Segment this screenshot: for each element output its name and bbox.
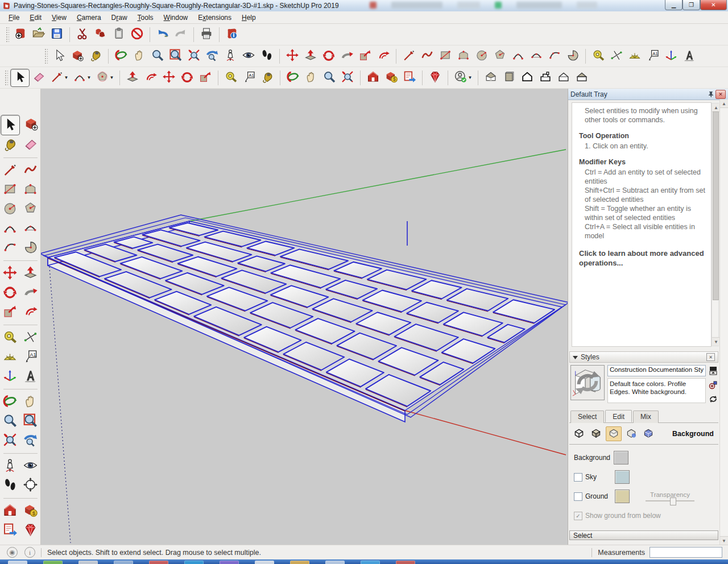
line-dropdown-arrow-icon[interactable]: ▼ <box>64 75 69 80</box>
3d-warehouse-button[interactable] <box>1 501 19 521</box>
scroll-up-icon[interactable]: ▲ <box>712 103 720 112</box>
pie-button[interactable] <box>22 238 40 258</box>
styles-close-icon[interactable]: ✕ <box>706 353 715 361</box>
rotate-button[interactable] <box>178 69 196 86</box>
follow-me-button[interactable] <box>22 283 40 302</box>
toolbar-drag-handle[interactable] <box>44 48 48 64</box>
zoom-previous-button[interactable] <box>22 431 40 450</box>
erase-button[interactable] <box>128 26 146 43</box>
polygon-button[interactable] <box>22 200 40 219</box>
menu-edit[interactable]: Edit <box>24 13 47 23</box>
geolocation-icon[interactable]: ◉ <box>7 547 18 558</box>
tab-select[interactable]: Select <box>570 410 604 423</box>
arc-button[interactable] <box>509 48 527 65</box>
taskbar-app-button[interactable] <box>396 561 415 564</box>
scrollbar-thumb[interactable] <box>713 111 719 300</box>
freehand-button[interactable] <box>22 161 40 180</box>
taskbar-app-button[interactable] <box>361 561 380 564</box>
model-info-button[interactable] <box>223 26 241 43</box>
slider-thumb[interactable] <box>670 497 676 505</box>
view-top-button[interactable] <box>500 69 518 86</box>
dimension-button[interactable] <box>22 328 40 347</box>
push-pull-button[interactable] <box>22 264 40 283</box>
print-button[interactable] <box>197 26 216 43</box>
menu-draw[interactable]: Draw <box>106 13 133 23</box>
eraser-button[interactable] <box>30 69 48 86</box>
zoom-window-button[interactable] <box>22 412 40 431</box>
three-point-arc-button[interactable] <box>1 238 19 258</box>
tape-measure-button[interactable] <box>589 48 607 65</box>
view-left-button[interactable] <box>555 69 573 86</box>
zoom-button[interactable] <box>148 48 167 65</box>
select-collapsed-panel[interactable]: Select <box>569 530 718 540</box>
rotate-button[interactable] <box>320 48 338 65</box>
walk-button[interactable] <box>258 48 276 65</box>
redo-button[interactable] <box>172 26 190 43</box>
toolbar-drag-handle[interactable] <box>6 27 9 43</box>
extension-warehouse-button[interactable] <box>22 521 40 540</box>
text-button[interactable]: A1 <box>240 69 258 86</box>
restore-button[interactable]: ❐ <box>682 0 700 10</box>
paste-button[interactable] <box>110 26 128 43</box>
zoom-previous-button[interactable] <box>203 48 221 65</box>
make-component-button[interactable] <box>68 48 86 65</box>
paint-bucket-button[interactable] <box>258 69 276 86</box>
push-pull-button[interactable] <box>123 69 142 86</box>
freehand-button[interactable] <box>418 48 436 65</box>
sign-in-dropdown-arrow-icon[interactable]: ▼ <box>468 75 473 80</box>
line-button[interactable]: ▼ <box>48 69 71 86</box>
taskbar-app-button[interactable] <box>290 561 309 564</box>
extension-warehouse-button[interactable] <box>426 69 444 86</box>
select-button[interactable] <box>10 69 30 87</box>
learn-more-link[interactable]: Click to learn about more advanced opera… <box>579 248 708 268</box>
taskbar-app-button[interactable] <box>8 561 27 564</box>
tape-measure-button[interactable] <box>1 328 19 347</box>
info-icon[interactable]: i <box>24 547 35 558</box>
look-around-button[interactable] <box>239 48 258 65</box>
select-button[interactable] <box>1 115 20 135</box>
protractor-button[interactable] <box>626 48 644 65</box>
protractor-button[interactable] <box>1 347 19 367</box>
position-camera-button[interactable] <box>1 457 19 476</box>
transparency-slider[interactable] <box>646 500 694 501</box>
update-style-icon[interactable] <box>709 395 718 405</box>
edge-settings-button[interactable] <box>572 427 586 441</box>
taskbar-app-button[interactable] <box>220 561 239 564</box>
pie-button[interactable] <box>564 48 582 65</box>
ground-checkbox[interactable] <box>574 492 582 501</box>
position-camera-button[interactable] <box>221 48 239 65</box>
sky-checkbox[interactable] <box>574 473 582 482</box>
undo-button[interactable] <box>154 26 172 43</box>
toolbar-drag-handle[interactable] <box>5 70 8 86</box>
move-button[interactable] <box>283 48 301 65</box>
tray-close-icon[interactable]: ✕ <box>715 90 726 99</box>
3d-text-button[interactable] <box>22 367 40 386</box>
scale-button[interactable] <box>356 48 374 65</box>
two-point-arc-button[interactable] <box>527 48 545 65</box>
shapes-dropdown-arrow-icon[interactable]: ▼ <box>110 75 114 80</box>
walk-button[interactable] <box>1 476 19 495</box>
save-button[interactable] <box>48 26 66 43</box>
zoom-extents-button[interactable] <box>185 48 203 65</box>
menu-extensions[interactable]: Extensions <box>193 13 237 23</box>
offset-button[interactable] <box>142 69 160 86</box>
show-ground-checkbox[interactable]: ✓ <box>574 512 582 520</box>
orbit-button[interactable] <box>284 69 302 86</box>
styles-panel-header[interactable]: Styles ✕ <box>569 351 718 363</box>
view-right-button[interactable] <box>573 69 591 86</box>
arc-dropdown-arrow-icon[interactable]: ▼ <box>87 75 92 80</box>
orbit-button[interactable] <box>112 48 130 65</box>
tape-measure-button[interactable] <box>222 69 240 86</box>
sign-in-button[interactable]: ▼ <box>452 69 474 86</box>
offset-button[interactable] <box>374 48 392 65</box>
taskbar-app-button[interactable] <box>184 561 204 564</box>
view-back-button[interactable] <box>536 69 555 86</box>
menu-help[interactable]: Help <box>237 13 261 23</box>
3d-text-button[interactable] <box>680 48 698 65</box>
rectangle-button[interactable] <box>1 180 19 200</box>
taskbar-app-button[interactable] <box>255 561 274 564</box>
view-front-button[interactable] <box>518 69 536 86</box>
rotated-rectangle-button[interactable] <box>454 48 473 65</box>
new-model-button[interactable] <box>11 26 30 43</box>
zoom-window-button[interactable] <box>167 48 185 65</box>
